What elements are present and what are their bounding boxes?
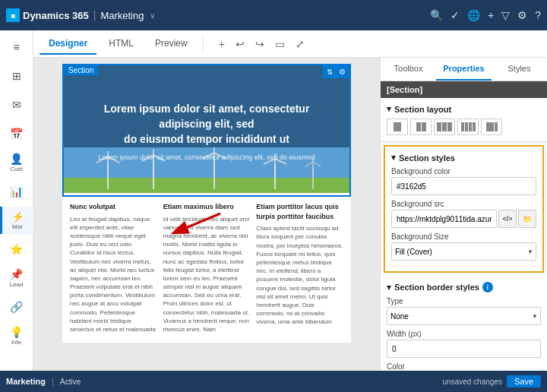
tab-preview[interactable]: Preview (146, 33, 197, 55)
status-badge: Active (60, 378, 81, 386)
content-columns: Nunc volutpat Leo at feugiat dapibus, ne… (70, 202, 343, 334)
sidebar-item-customers[interactable]: 👤 Cust (0, 149, 33, 176)
sidebar: ≡ ⊞ ✉ 📅 👤 Cust 📊 ⚡ Mar ⭐ 📌 Lead 🔗 (0, 30, 33, 392)
border-width-row: Width (px) (387, 330, 541, 358)
sidebar-item-integrations[interactable]: 💡 Inte (0, 322, 33, 349)
device-preview-icon[interactable]: ▭ (272, 35, 288, 53)
border-type-select[interactable]: None Solid Dashed Dotted (387, 307, 541, 325)
integrations-icon: 💡 (10, 326, 23, 338)
panel-section-header: [Section] (381, 81, 547, 98)
bottom-separator: | (52, 376, 54, 387)
links-icon: 🔗 (10, 301, 23, 313)
sidebar-item-links[interactable]: 🔗 (0, 293, 33, 321)
section-border-title-row[interactable]: ▾ Section border styles i (387, 282, 541, 292)
redo-icon[interactable]: ↪ (252, 35, 267, 53)
col3-body: Class aptent taciti sociosqu ad litora t… (256, 224, 343, 326)
sidebar-leads-label: Lead (10, 282, 24, 288)
right-panel: Toolbox Properties Styles [Section] ▾ Se… (380, 58, 547, 392)
section-styles-group: ▾ Section styles Background color Backgr… (384, 145, 544, 273)
layout-buttons (387, 119, 541, 135)
bottom-right-actions: unsaved changes Save (443, 375, 541, 387)
nav-separator: | (93, 9, 96, 21)
analytics-icon: 📊 (10, 185, 23, 198)
content-col-2: Etiam maximus libero Id velit tincidunt,… (163, 202, 251, 334)
app-title: Dynamics 365 (23, 10, 89, 21)
help-icon[interactable]: ? (535, 9, 541, 21)
bg-color-input[interactable] (391, 177, 536, 195)
col3-heading: Etiam porttitor lacus quis turpis portti… (256, 202, 343, 221)
panel-tab-properties[interactable]: Properties (436, 58, 492, 81)
undo-icon[interactable]: ↩ (232, 35, 248, 53)
bg-size-select-wrapper: Fill (Cover) Fit (Contain) Stretch Auto (391, 242, 536, 261)
check-icon[interactable]: ✓ (451, 9, 460, 21)
sidebar-item-leads[interactable]: 📌 Lead (0, 264, 33, 292)
info-icon[interactable]: i (482, 282, 493, 292)
layout-3col-btn[interactable] (434, 119, 455, 135)
main-layout: ≡ ⊞ ✉ 📅 👤 Cust 📊 ⚡ Mar ⭐ 📌 Lead 🔗 (0, 30, 547, 392)
app-logo[interactable]: ■ Dynamics 365 (6, 8, 89, 22)
sidebar-customers-label: Cust (10, 166, 22, 172)
section-layout-title[interactable]: ▾ Section layout (387, 104, 541, 114)
border-color-label: Color (387, 362, 541, 371)
module-name: Marketing (100, 10, 144, 21)
bg-size-label: Background Size (391, 232, 536, 241)
favorites-icon: ⭐ (10, 243, 23, 255)
fullscreen-icon[interactable]: ⤢ (292, 35, 308, 53)
sidebar-item-home[interactable]: ⊞ (0, 62, 33, 90)
leads-icon: 📌 (10, 268, 23, 280)
layout-4col-btn[interactable] (457, 119, 479, 135)
section-border-title: ▾ Section border styles i (387, 282, 493, 292)
tab-html[interactable]: HTML (100, 33, 143, 55)
layout-arrow: ▾ (387, 104, 391, 114)
email-icon: ✉ (12, 99, 21, 111)
col1-body: Leo at feugiat dapibus, neque elit imper… (70, 215, 157, 334)
menu-icon: ≡ (13, 41, 19, 53)
layout-2col-btn[interactable] (410, 119, 432, 135)
panel-tab-toolbox[interactable]: Toolbox (381, 58, 436, 81)
sidebar-item-calendar[interactable]: 📅 (0, 120, 33, 147)
tab-designer[interactable]: Designer (40, 33, 96, 55)
layout-1col-btn[interactable] (387, 119, 408, 135)
sidebar-item-email[interactable]: ✉ (0, 91, 33, 119)
add-icon[interactable]: + (488, 9, 494, 21)
layout-wide-narrow-btn[interactable] (481, 119, 502, 135)
logo-icon: ■ (6, 8, 20, 22)
border-type-label: Type (387, 297, 541, 305)
bg-src-input-group: </> 📁 (391, 210, 536, 228)
module-chevron: ∨ (150, 11, 155, 20)
panel-tab-styles[interactable]: Styles (492, 58, 547, 81)
sidebar-item-marketing[interactable]: ⚡ Mar (0, 207, 33, 234)
sidebar-item-analytics[interactable]: 📊 (0, 178, 33, 205)
bg-src-input[interactable] (391, 210, 497, 228)
search-icon[interactable]: 🔍 (430, 9, 443, 21)
border-width-label: Width (px) (387, 330, 541, 338)
unsaved-changes-text: unsaved changes (443, 378, 502, 386)
section-styles-title[interactable]: ▾ Section styles (391, 153, 536, 163)
top-nav: ■ Dynamics 365 | Marketing ∨ 🔍 ✓ 🌐 + ▽ ⚙… (0, 0, 547, 30)
bg-src-code-btn[interactable]: </> (498, 210, 517, 228)
hero-section: Lorem ipsum dolor sit amet, consectetur … (62, 64, 351, 193)
sidebar-item-favorites[interactable]: ⭐ (0, 236, 33, 263)
bg-src-browse-btn[interactable]: 📁 (518, 210, 536, 228)
tab-bar: Designer HTML Preview + ↩ ↪ ▭ ⤢ (33, 30, 547, 58)
col2-heading: Etiam maximus libero (163, 202, 251, 212)
globe-icon[interactable]: 🌐 (467, 9, 480, 21)
filter-icon[interactable]: ▽ (501, 9, 510, 21)
settings-icon[interactable]: ⚙ (517, 9, 527, 21)
bg-color-label: Background color (391, 167, 536, 175)
save-button[interactable]: Save (507, 375, 541, 387)
col1-heading: Nunc volutpat (70, 202, 157, 212)
add-element-icon[interactable]: + (216, 35, 228, 53)
nav-icons: 🔍 ✓ 🌐 + ▽ ⚙ ? (430, 9, 541, 21)
border-arrow: ▾ (387, 283, 391, 292)
content-section: Nunc volutpat Leo at feugiat dapibus, ne… (62, 193, 351, 343)
sidebar-item-menu[interactable]: ≡ (0, 33, 33, 61)
col2-body: Id velit tincidunt, nec aliquet orci var… (163, 215, 251, 334)
editor-area: Section ⇅ ⚙ (33, 58, 547, 392)
canvas-wrap[interactable]: Section ⇅ ⚙ (33, 58, 380, 392)
bg-size-select[interactable]: Fill (Cover) Fit (Contain) Stretch Auto (391, 242, 536, 261)
bg-src-label: Background src (391, 200, 536, 208)
sidebar-integrations-label: Inte (11, 340, 21, 346)
hero-subtitle: Lorem ipsum dolor sit amet, consectetur … (77, 153, 336, 163)
border-width-input[interactable] (387, 340, 541, 358)
